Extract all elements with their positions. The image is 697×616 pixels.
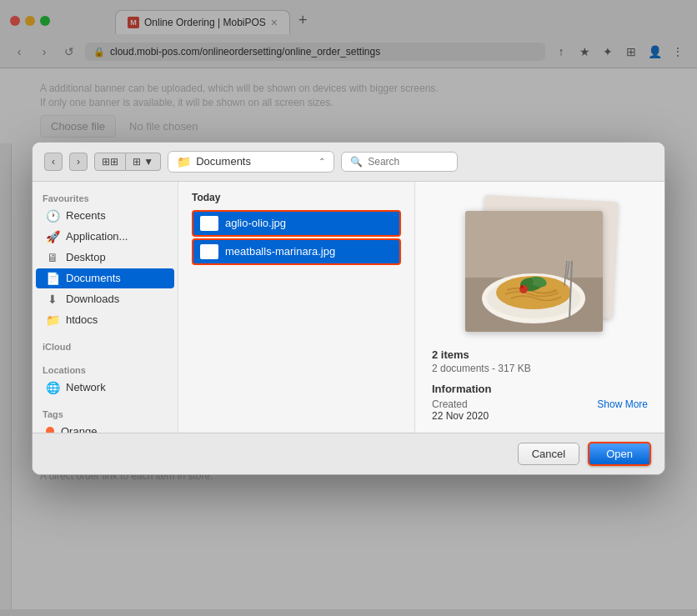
dialog-back-button[interactable]: ‹: [44, 153, 63, 171]
sidebar-item-tag-orange[interactable]: Orange: [36, 422, 174, 433]
dialog-grid-view-button[interactable]: ⊞ ▼: [126, 153, 161, 171]
open-button[interactable]: Open: [588, 442, 651, 466]
sidebar-item-downloads[interactable]: ⬇ Downloads: [36, 289, 174, 309]
sidebar-item-applications[interactable]: 🚀 Application...: [36, 227, 174, 247]
file-item-meatballs[interactable]: JPG meatballs-marinara.jpg: [192, 238, 401, 265]
dialog-search[interactable]: 🔍: [341, 152, 458, 172]
svg-point-9: [520, 285, 524, 288]
preview-meta-row: Created Show More: [432, 398, 648, 410]
search-icon: 🔍: [350, 156, 363, 168]
show-more-link[interactable]: Show More: [597, 398, 648, 410]
file-list: JPG aglio-olio.jpg JPG meatballs-marinar…: [192, 210, 401, 265]
dialog-sidebar: Favourites 🕐 Recents 🚀 Application... 🖥 …: [33, 182, 178, 433]
dialog-overlay: ‹ › ⊞⊞ ⊞ ▼ 📁 Documents ⌃ 🔍 Favourites: [0, 0, 697, 616]
sidebar-item-documents-label: Documents: [66, 272, 121, 284]
downloads-icon: ⬇: [46, 293, 59, 306]
icloud-section-title: iCloud: [33, 337, 178, 353]
desktop-icon: 🖥: [46, 251, 59, 264]
dialog-forward-button[interactable]: ›: [69, 153, 88, 171]
preview-created-date: 22 Nov 2020: [432, 410, 648, 422]
location-name: Documents: [196, 155, 313, 168]
file-name-aglio-olio: aglio-olio.jpg: [225, 217, 393, 229]
sidebar-item-desktop-label: Desktop: [66, 251, 106, 263]
preview-created-label: Created: [432, 398, 468, 410]
file-date-header: Today: [192, 192, 401, 203]
location-chevron-icon: ⌃: [318, 157, 325, 166]
file-picker-dialog: ‹ › ⊞⊞ ⊞ ▼ 📁 Documents ⌃ 🔍 Favourites: [32, 142, 665, 475]
applications-icon: 🚀: [46, 230, 59, 243]
sidebar-item-htdocs[interactable]: 📁 htdocs: [36, 310, 174, 330]
dialog-location[interactable]: 📁 Documents ⌃: [168, 151, 334, 173]
sidebar-item-recents[interactable]: 🕐 Recents: [36, 206, 174, 226]
recents-icon: 🕐: [46, 209, 59, 223]
preview-info: 2 items 2 documents - 317 KB Information…: [429, 348, 651, 422]
favourites-section-title: Favourites: [33, 188, 178, 205]
sidebar-item-htdocs-label: htdocs: [66, 313, 98, 326]
sidebar-item-network-label: Network: [66, 381, 106, 393]
dialog-body: Favourites 🕐 Recents 🚀 Application... 🖥 …: [33, 182, 664, 433]
htdocs-icon: 📁: [46, 313, 59, 327]
sidebar-item-network[interactable]: 🌐 Network: [36, 378, 174, 398]
file-item-aglio-olio[interactable]: JPG aglio-olio.jpg: [192, 210, 401, 237]
search-input[interactable]: [368, 156, 449, 168]
jpg-icon-2: JPG: [200, 244, 218, 259]
tags-section-title: Tags: [33, 404, 178, 421]
dialog-view-buttons: ⊞⊞ ⊞ ▼: [94, 153, 161, 171]
sidebar-item-orange-label: Orange: [61, 425, 97, 433]
locations-section-title: Locations: [33, 360, 178, 377]
preview-docs: 2 documents - 317 KB: [432, 363, 648, 374]
dialog-main: Today JPG aglio-olio.jpg JPG m: [178, 182, 414, 433]
dialog-toolbar: ‹ › ⊞⊞ ⊞ ▼ 📁 Documents ⌃ 🔍: [33, 143, 664, 182]
preview-img-front: [465, 211, 603, 332]
sidebar-item-applications-label: Application...: [66, 230, 128, 243]
dialog-footer: Cancel Open: [33, 433, 664, 474]
pasta-image-svg: [465, 211, 603, 332]
folder-icon: 📁: [177, 155, 191, 168]
jpg-icon-1: JPG: [200, 216, 218, 231]
cancel-button[interactable]: Cancel: [518, 443, 579, 465]
dialog-preview: 2 items 2 documents - 317 KB Information…: [414, 182, 664, 433]
sidebar-item-recents-label: Recents: [66, 209, 106, 222]
preview-count: 2 items: [432, 348, 648, 361]
preview-info-title: Information: [432, 383, 648, 395]
file-name-meatballs: meatballs-marinara.jpg: [225, 245, 393, 258]
preview-image-stack: [465, 198, 615, 332]
sidebar-item-documents[interactable]: 📄 Documents: [36, 268, 174, 288]
sidebar-item-desktop[interactable]: 🖥 Desktop: [36, 248, 174, 268]
sidebar-item-downloads-label: Downloads: [66, 293, 119, 305]
documents-icon: 📄: [46, 272, 59, 285]
network-icon: 🌐: [46, 381, 59, 394]
dialog-column-view-button[interactable]: ⊞⊞: [94, 153, 126, 171]
file-list-area: Today JPG aglio-olio.jpg JPG m: [178, 182, 414, 433]
